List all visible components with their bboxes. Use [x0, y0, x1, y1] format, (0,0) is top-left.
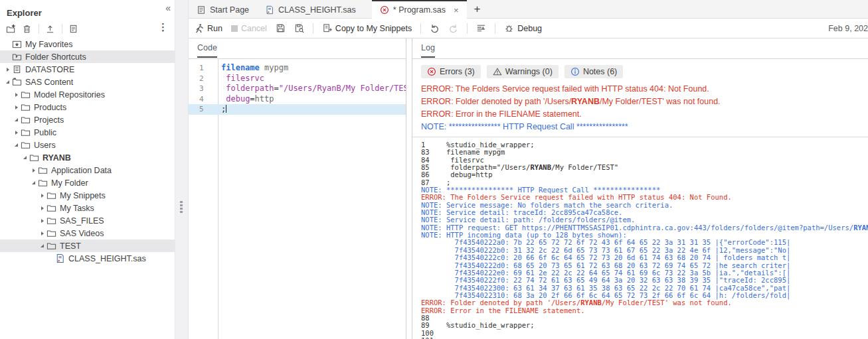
tree-item-label: TEST	[60, 241, 81, 251]
panel-splitter[interactable]	[175, 0, 189, 339]
log-code-line: 89 %studio_hide_wrapper;	[421, 322, 868, 329]
error-summary-line: ERROR: Error in the FILENAME statement.	[421, 108, 868, 121]
notes-badge-label: Notes (6)	[583, 67, 617, 76]
expand-node-icon[interactable]	[39, 219, 46, 223]
save-as-button[interactable]	[294, 23, 304, 33]
tab-log[interactable]: Log	[421, 43, 435, 58]
errors-badge[interactable]: Errors (3)	[421, 65, 481, 78]
run-button[interactable]: Run	[194, 23, 222, 33]
collapse-node-icon[interactable]	[13, 143, 20, 147]
more-options-icon[interactable]: ⋮	[158, 22, 168, 33]
tab-code[interactable]: Code	[197, 43, 217, 58]
expand-node-icon[interactable]	[30, 169, 37, 172]
tree-item-users[interactable]: Users	[0, 139, 175, 151]
log-code-line: 100	[421, 330, 868, 337]
code-line-text: folderpath="/Users/RyanB/My Folder/TEST"	[218, 84, 406, 94]
cancel-button[interactable]: Cancel	[231, 24, 267, 33]
folder-icon	[38, 165, 48, 175]
notes-badge[interactable]: Notes (6)	[564, 65, 623, 78]
tab-program-sas[interactable]: * Program.sas ×	[372, 0, 467, 19]
error-summary-line: ERROR: Folder denoted by path '/Users/RY…	[421, 96, 868, 108]
format-code-button[interactable]	[476, 23, 486, 33]
tree-item-datastore[interactable]: DATASTORE	[0, 63, 175, 76]
expand-node-icon[interactable]	[39, 232, 46, 236]
tree-item-label: Public	[34, 128, 56, 137]
copy-to-my-snippets-button[interactable]: Copy to My Snippets	[322, 23, 412, 33]
expand-node-icon[interactable]	[13, 93, 20, 97]
tree-item-my-snippets[interactable]: My Snippets	[0, 189, 175, 202]
collapse-node-icon[interactable]	[30, 181, 37, 184]
properties-icon[interactable]	[68, 23, 78, 34]
expand-node-icon[interactable]	[4, 68, 11, 72]
folder-arrow-icon	[12, 52, 22, 62]
code-line-5[interactable]: 5;	[189, 104, 406, 115]
collapse-node-icon[interactable]	[4, 80, 11, 84]
expand-node-icon[interactable]	[39, 206, 46, 210]
delete-icon[interactable]	[21, 23, 32, 34]
code-line-4[interactable]: 4 debug=http	[189, 94, 406, 105]
tab-start-page[interactable]: Start Page	[189, 0, 257, 18]
tree-item-public[interactable]: Public	[0, 126, 175, 139]
tree-item-sas-content[interactable]: SAS Content	[0, 76, 175, 88]
tree-item-model-repositories[interactable]: Model Repositories	[0, 88, 175, 101]
tab-label: Start Page	[210, 5, 249, 15]
tree-item-my-folder[interactable]: My Folder	[0, 176, 175, 189]
tree-item-folder-shortcuts[interactable]: Folder Shortcuts	[0, 50, 175, 63]
save-button[interactable]	[276, 23, 286, 33]
log-code-line: 86 debug=http	[421, 171, 868, 178]
tree-item-test[interactable]: TEST	[0, 239, 175, 252]
start-page-icon	[197, 5, 206, 15]
expand-node-icon[interactable]	[39, 194, 46, 198]
tree-item-ryanb[interactable]: RYANB	[0, 151, 175, 164]
expand-node-icon[interactable]	[13, 105, 20, 109]
tree-item-class-height-sas[interactable]: CLASS_HEIGHT.sas	[0, 252, 175, 265]
tree-item-application-data[interactable]: Application Data	[0, 164, 175, 176]
close-tab-icon[interactable]: ×	[454, 5, 459, 15]
error-summary-line: ERROR: The Folders Service request faile…	[421, 83, 868, 96]
divider	[313, 23, 313, 34]
collapse-node-icon[interactable]	[39, 244, 46, 247]
code-panel: Code 1filename mypgm2 filesrvc3 folderpa…	[189, 38, 406, 339]
code-line-2[interactable]: 2 filesrvc	[189, 74, 406, 84]
collapse-sidebar-icon[interactable]: «	[165, 3, 171, 13]
folder-icon	[21, 127, 31, 137]
collapse-node-icon[interactable]	[21, 156, 29, 159]
tree-item-label: CLASS_HEIGHT.sas	[68, 254, 146, 263]
undo-button[interactable]	[430, 23, 440, 33]
cancel-label: Cancel	[241, 24, 267, 33]
tree-item-my-favorites[interactable]: My Favorites	[0, 38, 175, 50]
code-panel-header: Code	[189, 38, 406, 59]
new-tab-button[interactable]: +	[468, 0, 487, 18]
tree-item-label: My Folder	[51, 178, 88, 188]
tab-class-height-sas[interactable]: CLASS_HEIGHT.sas	[257, 0, 364, 18]
redo-button[interactable]	[448, 23, 458, 33]
folder-icon	[21, 102, 31, 112]
log-body: 1 %studio_hide_wrapper;83 filename mypgm…	[421, 141, 868, 339]
code-line-1[interactable]: 1filename mypgm	[189, 63, 406, 74]
tree-item-sas-files[interactable]: SAS_FILES	[0, 214, 175, 227]
log-panel-header: Log	[412, 38, 868, 59]
tree-item-label: DATASTORE	[25, 65, 74, 74]
tree-item-sas-videos[interactable]: SAS Videos	[0, 227, 175, 239]
new-item-icon[interactable]	[5, 23, 16, 34]
undo-icon	[430, 23, 440, 33]
log-summary: ERROR: The Folders Service request faile…	[421, 83, 868, 133]
collapse-node-icon[interactable]	[13, 118, 20, 121]
error-status-icon	[380, 5, 389, 15]
line-number: 4	[189, 94, 218, 105]
tree-item-products[interactable]: Products	[0, 101, 175, 113]
warnings-badge[interactable]: Warnings (0)	[487, 65, 559, 78]
code-line-3[interactable]: 3 folderpath="/Users/RyanB/My Folder/TES…	[189, 84, 406, 94]
tree-item-label: Products	[34, 103, 66, 112]
debug-toggle[interactable]: Debug	[504, 23, 542, 33]
upload-icon[interactable]	[44, 23, 55, 34]
divider	[39, 24, 39, 34]
expand-node-icon[interactable]	[13, 131, 20, 135]
tree-item-my-tasks[interactable]: My Tasks	[0, 202, 175, 214]
tree-item-label: Projects	[34, 115, 64, 125]
code-editor[interactable]: 1filename mypgm2 filesrvc3 folderpath="/…	[189, 63, 406, 115]
explorer-tree: My FavoritesFolder ShortcutsDATASTORESAS…	[0, 38, 175, 265]
tree-item-label: Application Data	[51, 166, 112, 175]
tree-item-projects[interactable]: Projects	[0, 113, 175, 126]
splitter-grip-icon[interactable]	[180, 201, 183, 214]
